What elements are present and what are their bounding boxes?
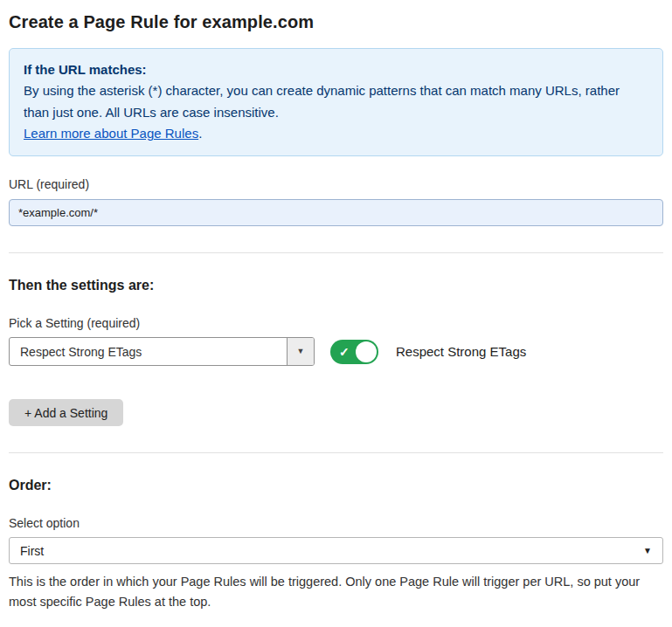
url-input[interactable] <box>9 199 663 226</box>
section-divider <box>9 252 663 253</box>
setting-select-dropdown-button[interactable]: ▼ <box>287 338 314 365</box>
order-section-heading: Order: <box>9 478 663 493</box>
info-box-body: By using the asterisk (*) character, you… <box>24 80 648 123</box>
setting-select-value: Respect Strong ETags <box>10 345 152 359</box>
setting-row: Respect Strong ETags ▼ ✓ Respect Strong … <box>9 337 663 366</box>
add-setting-button[interactable]: + Add a Setting <box>9 399 123 426</box>
setting-toggle[interactable]: ✓ <box>330 340 378 364</box>
setting-select[interactable]: Respect Strong ETags ▼ <box>9 337 315 366</box>
info-link-period: . <box>198 126 202 141</box>
order-select-label: Select option <box>9 516 663 530</box>
create-page-rule-form: Create a Page Rule for example.com If th… <box>0 0 672 627</box>
learn-more-link[interactable]: Learn more about Page Rules <box>24 126 198 141</box>
section-divider <box>9 452 663 453</box>
settings-section-heading: Then the settings are: <box>9 278 663 293</box>
url-field-label: URL (required) <box>9 177 663 191</box>
chevron-down-icon: ▼ <box>643 547 652 555</box>
pick-setting-label: Pick a Setting (required) <box>9 316 663 330</box>
order-select[interactable]: First ▼ <box>9 537 663 564</box>
chevron-down-icon: ▼ <box>297 348 305 355</box>
order-help-text: This is the order in which your Page Rul… <box>9 572 660 611</box>
url-match-info-box: If the URL matches: By using the asteris… <box>9 48 663 156</box>
toggle-knob <box>356 341 377 362</box>
setting-toggle-label: Respect Strong ETags <box>396 344 526 359</box>
page-title: Create a Page Rule for example.com <box>9 12 663 32</box>
info-box-heading: If the URL matches: <box>24 59 648 80</box>
order-select-value: First <box>20 544 44 558</box>
check-icon: ✓ <box>339 345 350 359</box>
info-link-row: Learn more about Page Rules. <box>24 123 648 144</box>
